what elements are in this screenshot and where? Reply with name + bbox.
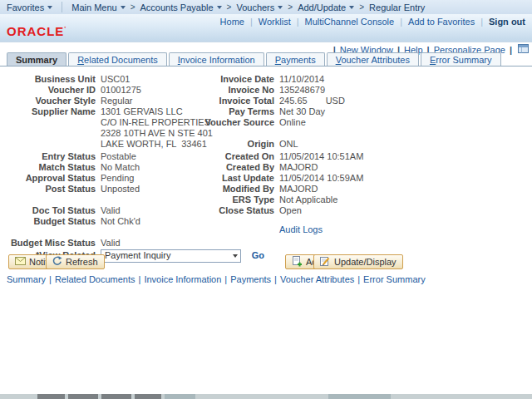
- field-value: Open: [279, 205, 302, 216]
- update-display-button-label: Update/Display: [334, 257, 397, 267]
- field-row-ers-type: ERS TypeNot Applicable: [195, 195, 528, 205]
- field-value: Regular: [101, 96, 133, 106]
- field-row-last-update: Last Update11/05/2014 10:59AM: [195, 173, 528, 184]
- field-label: Approval Status: [7, 173, 96, 184]
- field-value: C/O IN-REL PROPERTIES: [101, 117, 210, 128]
- divider: [62, 2, 62, 12]
- field-value: Postable: [101, 151, 136, 162]
- divider: |: [250, 17, 253, 27]
- divider: |: [297, 17, 299, 27]
- footer-link-error-summary[interactable]: Error Summary: [363, 274, 426, 284]
- bottom-status-strip: [0, 394, 532, 399]
- audit-logs-link[interactable]: Audit Logs: [279, 224, 323, 235]
- field-label: Supplier Name: [7, 106, 96, 117]
- update-display-button[interactable]: Update/Display: [313, 254, 403, 269]
- chevron-down-icon: [121, 6, 126, 9]
- footer-link-payments[interactable]: Payments: [230, 274, 271, 284]
- field-value: 01001275: [101, 85, 141, 96]
- tab-voucher-attributes[interactable]: Voucher Attributes: [327, 52, 419, 66]
- field-label: Voucher Source: [195, 117, 274, 128]
- refresh-icon: [52, 256, 62, 268]
- footer-link-invoice-information[interactable]: Invoice Information: [144, 274, 221, 284]
- tab-error-summary[interactable]: Error Summary: [421, 52, 501, 66]
- field-value: 1301 GERVAIS LLC: [101, 106, 183, 117]
- breadcrumb-add-update[interactable]: Add/Update: [298, 2, 354, 12]
- divider: |: [224, 274, 227, 284]
- tab-invoice-information[interactable]: Invoice Information: [169, 52, 264, 66]
- header-banner: Home|Worklist|MultiChannel Console|Add t…: [0, 14, 532, 42]
- refresh-button[interactable]: Refresh: [46, 254, 105, 269]
- multichannel-console-link[interactable]: MultiChannel Console: [305, 17, 395, 27]
- breadcrumb-vouchers[interactable]: Vouchers: [236, 2, 283, 12]
- sign-out-link[interactable]: Sign out: [489, 17, 525, 27]
- breadcrumb-separator: >: [359, 2, 364, 12]
- favorites-menu[interactable]: Favorites: [7, 2, 52, 12]
- field-row-pay-terms: Pay TermsNet 30 Day: [195, 106, 528, 117]
- field-label: Created By: [195, 162, 274, 173]
- field-value: 245.65: [279, 96, 308, 106]
- breadcrumb-separator: >: [131, 2, 135, 12]
- breadcrumb-accounts-payable[interactable]: Accounts Payable: [140, 2, 222, 12]
- divider: |: [274, 274, 277, 284]
- breadcrumb-label: Main Menu: [71, 2, 116, 12]
- field-label: Budget Misc Status: [7, 238, 96, 249]
- voucher-summary-form: Business UnitUSC01 Voucher ID01001275 Vo…: [0, 74, 532, 265]
- add-to-favorites-link[interactable]: Add to Favorites: [408, 17, 475, 27]
- chevron-down-icon: [217, 6, 222, 9]
- breadcrumb-label: Accounts Payable: [140, 2, 214, 12]
- field-value: 11/10/2014: [279, 74, 324, 85]
- field-label: Budget Status: [7, 216, 96, 227]
- tab-summary[interactable]: Summary: [7, 52, 66, 66]
- field-value: Valid: [101, 205, 121, 216]
- divider: |: [400, 17, 402, 27]
- field-label: Business Unit: [7, 74, 96, 85]
- peoplesoft-voucher-page: Favorites Main Menu > Accounts Payable >…: [0, 0, 532, 399]
- field-label: Voucher ID: [7, 85, 96, 96]
- field-value: Valid: [101, 238, 121, 249]
- field-value: Unposted: [101, 184, 140, 195]
- field-value: ONL: [279, 139, 298, 150]
- field-value: MAJORD: [279, 162, 318, 173]
- footer-link-summary[interactable]: Summary: [7, 274, 46, 284]
- field-row-voucher-source: Voucher SourceOnline: [195, 117, 528, 128]
- divider: |: [357, 274, 360, 284]
- tab-related-documents[interactable]: Related Documents: [68, 52, 167, 66]
- field-label: Origin: [195, 139, 274, 150]
- home-link[interactable]: Home: [220, 17, 244, 27]
- breadcrumb-label: Vouchers: [236, 2, 274, 12]
- field-row-budget-misc-status: Budget Misc StatusValid: [7, 238, 264, 249]
- field-row-close-status: Close StatusOpen: [195, 205, 528, 216]
- pencil-page-icon: [320, 256, 331, 268]
- field-label: Voucher Style: [7, 96, 96, 106]
- tab-payments[interactable]: Payments: [266, 52, 325, 66]
- add-page-icon: [292, 256, 303, 268]
- field-value: USC01: [101, 74, 130, 85]
- field-row-invoice-no: Invoice No135248679: [195, 85, 528, 96]
- field-label: Last Update: [195, 173, 274, 184]
- field-label: Modified By: [195, 184, 274, 195]
- breadcrumb-regular-entry[interactable]: Regular Entry: [369, 2, 425, 12]
- worklist-link[interactable]: Worklist: [259, 17, 291, 27]
- field-row-invoice-total: Invoice Total245.65USD: [195, 96, 528, 106]
- field-value: Online: [279, 117, 306, 128]
- field-label: Invoice Date: [195, 74, 274, 85]
- envelope-icon: [15, 257, 26, 267]
- footer-link-related-documents[interactable]: Related Documents: [55, 274, 135, 284]
- currency-code: USD: [326, 96, 345, 106]
- field-label: [7, 128, 96, 139]
- breadcrumb-main-menu[interactable]: Main Menu: [71, 2, 125, 12]
- field-label: Close Status: [195, 205, 274, 216]
- field-row-origin: OriginONL: [195, 139, 528, 150]
- footer-link-voucher-attributes[interactable]: Voucher Attributes: [280, 274, 354, 284]
- field-label: ERS Type: [195, 195, 274, 205]
- toolbar: Notify Refresh Add Update/Display: [0, 254, 532, 271]
- field-value: Pending: [101, 173, 134, 184]
- oracle-logo: ORACLE’: [7, 24, 66, 38]
- field-row-invoice-date: Invoice Date11/10/2014: [195, 74, 528, 85]
- header-links: Home|Worklist|MultiChannel Console|Add t…: [220, 17, 525, 27]
- field-label: Match Status: [7, 162, 96, 173]
- breadcrumb-separator: >: [227, 2, 232, 12]
- field-label: [7, 139, 96, 150]
- field-value: 11/05/2014 10:59AM: [279, 173, 363, 184]
- field-label: Created On: [195, 151, 274, 162]
